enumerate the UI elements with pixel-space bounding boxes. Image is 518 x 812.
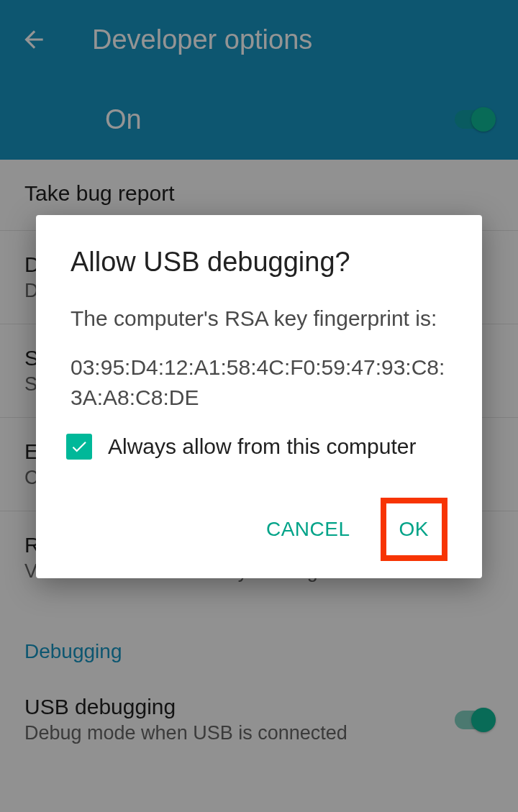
cancel-button[interactable]: CANCEL <box>249 506 368 552</box>
usb-debugging-dialog: Allow USB debugging? The computer's RSA … <box>36 215 482 578</box>
ok-button[interactable]: OK <box>386 511 442 548</box>
ok-highlight-box: OK <box>381 498 447 561</box>
checkmark-icon <box>70 437 88 456</box>
always-allow-row[interactable]: Always allow from this computer <box>66 432 447 462</box>
dialog-message: The computer's RSA key fingerprint is: <box>71 304 447 334</box>
always-allow-label: Always allow from this computer <box>108 432 416 462</box>
dialog-title: Allow USB debugging? <box>71 247 447 278</box>
dialog-actions: CANCEL OK <box>71 498 447 561</box>
always-allow-checkbox[interactable] <box>66 434 92 460</box>
rsa-fingerprint: 03:95:D4:12:A1:58:4C:F0:59:47:93:C8:3A:A… <box>71 352 447 413</box>
dialog-body: The computer's RSA key fingerprint is: 0… <box>71 304 447 462</box>
